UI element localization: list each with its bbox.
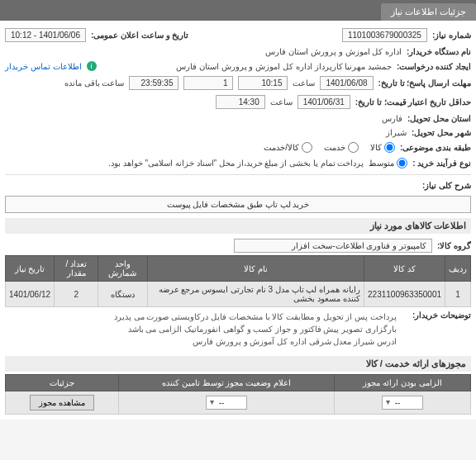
cert-status-select[interactable]: -- — [206, 396, 247, 410]
buyer-note-line-1: پرداخت پس از تحویل و مطابقت کالا با مشخص… — [114, 311, 397, 323]
cert-table: الزامی بودن ارائه مجوز اعلام وضعیت مجوز … — [5, 374, 471, 415]
th-row: ردیف — [445, 256, 471, 282]
radio-service[interactable]: خدمت — [324, 142, 359, 153]
remain-days: 1 — [183, 76, 233, 90]
th-name: نام کالا — [147, 256, 364, 282]
validity-label: حداقل تاریخ اعتبار قیمت؛ تا تاریخ: — [355, 97, 471, 107]
city-label: شهر محل تحویل: — [412, 128, 471, 137]
province-label: استان محل تحویل: — [407, 114, 471, 123]
radio-mid-input[interactable] — [397, 158, 407, 168]
group-value: کامپیوتر و فناوری اطلاعات-سخت افزار — [234, 239, 432, 253]
desc-label: شرح کلی نیاز: — [422, 181, 471, 190]
buyer-notes-label: توضیحات خریدار: — [397, 311, 471, 320]
category-radio-group: کالا خدمت کالا/خدمت — [264, 142, 395, 153]
radio-mid-label: متوسط — [369, 159, 394, 168]
cell-name: رایانه همراه لپ تاپ مدل 3 نام تجارتی ایس… — [147, 282, 364, 307]
buyer-value: اداره کل اموزش و پرورش استان فارس — [265, 47, 402, 56]
th-cert-required: الزامی بودن ارائه مجوز — [335, 375, 471, 391]
radio-both[interactable]: کالا/خدمت — [264, 142, 312, 153]
radio-service-input[interactable] — [348, 142, 359, 153]
cert-details-cell: مشاهده مجوز — [6, 391, 119, 415]
th-qty: تعداد / مقدار — [55, 256, 98, 282]
remain-hms: 23:59:35 — [129, 76, 178, 90]
cell-date: 1401/06/12 — [6, 282, 55, 307]
cell-code: 2231100963350001 — [364, 282, 445, 307]
process-radio-group: متوسط — [369, 158, 407, 168]
cert-row: -- -- مشاهده مجوز — [6, 391, 471, 415]
buyer-note-line-2: بارگزاری تصویر پیش فاکتور و جواز کسب و گ… — [114, 323, 397, 335]
th-date: تاریخ نیاز — [6, 256, 55, 282]
radio-both-input[interactable] — [302, 142, 312, 153]
time-label-1: ساعت — [293, 78, 315, 88]
cell-row: 1 — [445, 282, 471, 307]
th-cert-details: جزئیات — [6, 375, 119, 391]
validity-date: 1401/06/31 — [298, 95, 350, 109]
category-label: طبقه بندی موضوعی: — [400, 143, 471, 152]
radio-goods-input[interactable] — [384, 142, 395, 153]
creator-label: ایجاد کننده درخواست: — [397, 62, 471, 71]
radio-goods[interactable]: کالا — [370, 142, 395, 153]
cert-status-cell: -- — [119, 391, 335, 415]
cert-section-title: مجوزهای ارائه خدمت / کالا — [5, 356, 471, 372]
th-unit: واحد شمارش — [98, 256, 147, 282]
goods-section-title: اطلاعات کالاهای مورد نیاز — [5, 218, 471, 234]
validity-time: 14:30 — [216, 95, 265, 109]
process-label: نوع فرآیند خرید : — [412, 159, 471, 168]
desc-box: خرید لپ تاپ طبق مشخصات فایل پیوست — [5, 196, 471, 213]
pub-time-value: 1401/06/06 - 10:12 — [5, 28, 86, 42]
view-cert-button[interactable]: مشاهده مجوز — [30, 395, 94, 410]
reply-time: 10:15 — [238, 76, 288, 90]
th-cert-status: اعلام وضعیت مجوز توسط تامین کننده — [119, 375, 335, 391]
reply-deadline-label: مهلت ارسال پاسخ؛ تا تاریخ: — [378, 78, 471, 88]
th-code: کد کالا — [364, 256, 445, 282]
province-value: فارس — [382, 114, 402, 123]
process-note: پرداخت تمام یا بخشی از مبلغ خرید،از محل … — [108, 159, 364, 168]
time-label-2: ساعت — [270, 97, 293, 107]
tab-details[interactable]: جزئیات اطلاعات نیاز — [381, 3, 476, 21]
buyer-contact-link[interactable]: اطلاعات تماس خریدار — [5, 62, 82, 71]
info-icon: i — [87, 61, 97, 71]
buyer-note-line-3: ادرس شیراز معدل شرقی اداره کل آموزش و پر… — [114, 335, 397, 348]
goods-table: ردیف کد کالا نام کالا واحد شمارش تعداد /… — [5, 255, 471, 307]
cert-required-select[interactable]: -- — [382, 396, 423, 410]
radio-both-label: کالا/خدمت — [264, 143, 299, 152]
pub-time-label: تاریخ و ساعت اعلان عمومی: — [91, 31, 188, 40]
table-row: 1 2231100963350001 رایانه همراه لپ تاپ م… — [6, 282, 471, 307]
remain-suffix: ساعت باقی مانده — [64, 78, 125, 88]
radio-mid[interactable]: متوسط — [369, 158, 407, 168]
city-value: شیراز — [386, 128, 407, 137]
cell-unit: دستگاه — [98, 282, 147, 307]
reply-date: 1401/06/08 — [320, 76, 373, 90]
radio-service-label: خدمت — [324, 143, 345, 152]
req-no-label: شماره نیاز: — [432, 31, 471, 40]
buyer-notes-text: پرداخت پس از تحویل و مطابقت کالا با مشخص… — [114, 311, 397, 348]
group-label: گروه کالا: — [437, 241, 471, 250]
creator-value: جمشید مهرنیا کارپرداز اداره کل اموزش و پ… — [176, 62, 392, 71]
buyer-label: نام دستگاه خریدار: — [407, 47, 471, 56]
req-no-value: 1101003679000325 — [342, 28, 427, 42]
cell-qty: 2 — [55, 282, 98, 307]
cert-required-cell: -- — [335, 391, 471, 415]
radio-goods-label: کالا — [370, 143, 382, 152]
